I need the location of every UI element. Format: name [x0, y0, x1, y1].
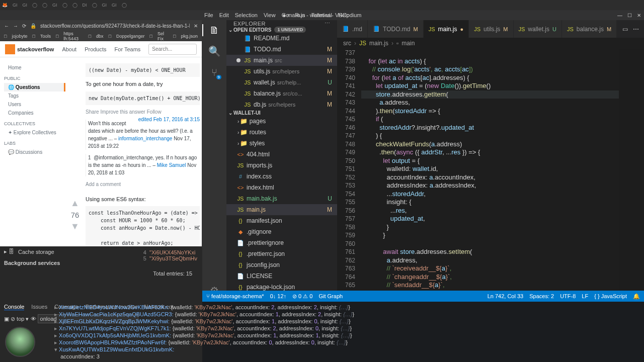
- open-editor-item[interactable]: JSmain.jssrcM: [226, 55, 337, 66]
- open-editor-item[interactable]: JSutils.jssrc/helpersM: [226, 66, 337, 77]
- so-header: stackoverflow About Products For Teams: [0, 41, 202, 57]
- so-search-input[interactable]: [148, 44, 197, 55]
- open-editors-header[interactable]: ⌄OPEN EDITORS1 UNSAVED: [226, 27, 337, 33]
- so-logo[interactable]: stackoverflow: [5, 44, 54, 54]
- editor-tab[interactable]: JSwallet.jsU: [514, 20, 562, 38]
- downvote-icon[interactable]: ▼: [67, 221, 83, 232]
- bookmarks-bar[interactable]: □jojobyte □Tools □https lh:5443 □dbx □Do…: [0, 31, 202, 41]
- editor: 📘.md📘TODO.mdMJSmain.js●JSutils.jsMJSwall…: [337, 20, 644, 302]
- editor-tab[interactable]: JSbalance.jsM: [562, 20, 617, 38]
- file-item[interactable]: 📄LICENSE: [226, 270, 337, 282]
- source-control-icon[interactable]: ⑂9: [208, 66, 220, 78]
- activity-bar[interactable]: 🗎 🔍 ⑂9 ⚙: [202, 20, 226, 302]
- editor-tab[interactable]: JSutils.jsM: [469, 20, 513, 38]
- file-item[interactable]: {}jsconfig.json: [226, 259, 337, 270]
- file-item[interactable]: #index.css: [226, 171, 337, 182]
- split-icon[interactable]: ▭: [622, 26, 628, 33]
- file-item[interactable]: JSmain.bak.jsU: [226, 193, 337, 204]
- bottom-panel: Console Issues Coverage Performance moni…: [0, 302, 644, 362]
- file-item[interactable]: 📄.prettierignore: [226, 237, 337, 248]
- open-editor-item[interactable]: 📘README.md: [226, 33, 337, 44]
- search-icon[interactable]: 🔍: [208, 45, 220, 57]
- open-editor-item[interactable]: JSbalance.jssrc/co...M: [226, 88, 337, 99]
- breadcrumb[interactable]: src› JS main.js› ▫main: [337, 38, 644, 49]
- editor-tab[interactable]: 📘TODO.mdM: [368, 20, 424, 38]
- devtools-storage: ▸ 🗄 Cache storage Background services To…: [0, 246, 202, 302]
- title-bar: FileEditSelectionViewGoRunTerminalHelp ●…: [0, 10, 644, 20]
- status-bar[interactable]: ⑂ feat/storage-schema* 0↓ 12↑ ⊘ 0 ⚠ 0 Gi…: [202, 291, 644, 302]
- window-controls[interactable]: —☐✕: [617, 13, 641, 18]
- file-item[interactable]: ◆.gitignore: [226, 226, 337, 237]
- open-editor-item[interactable]: JSwallet.jssrc/help...U: [226, 77, 337, 88]
- explorer-sidebar[interactable]: EXPLORER⋯ ⌄OPEN EDITORS1 UNSAVED 📘README…: [226, 20, 337, 302]
- avatar: [5, 327, 35, 357]
- open-editor-item[interactable]: JSdb.jssrc/helpersM: [226, 99, 337, 110]
- minimap[interactable]: [619, 49, 644, 302]
- project-header[interactable]: ⌄WALLET-UI: [226, 110, 337, 116]
- editor-tabs[interactable]: 📘.md📘TODO.mdMJSmain.js●JSutils.jsMJSwall…: [337, 20, 644, 38]
- file-item[interactable]: <>404.html: [226, 149, 337, 160]
- file-item[interactable]: JSimports.js: [226, 160, 337, 171]
- file-item[interactable]: JSmain.jsM: [226, 204, 337, 215]
- more-icon[interactable]: ⋯: [633, 26, 639, 33]
- file-item[interactable]: {}.prettierrc.json: [226, 248, 337, 259]
- upvote-icon[interactable]: ▲: [67, 198, 83, 209]
- file-item[interactable]: <>index.html: [226, 182, 337, 193]
- console-output[interactable]: ▸ XimaKietzNiED4yoLWJNow2GvKBvAF52Kn: {w…: [50, 302, 644, 362]
- os-tab-strip: 🦊GIGI◯◯GI◯◯DI◯GIGI◯: [0, 0, 644, 10]
- code-editor[interactable]: 7377387397407417427437447457467477487497…: [337, 49, 644, 302]
- open-editor-item[interactable]: 📘TODO.mdM: [226, 44, 337, 55]
- explorer-icon[interactable]: 🗎: [208, 24, 220, 36]
- editor-tab[interactable]: 📘.md: [337, 20, 368, 38]
- app-menu[interactable]: FileEditSelectionViewGoRunTerminalHelp: [204, 12, 350, 18]
- file-item[interactable]: {}manifest.json: [226, 215, 337, 226]
- url-bar[interactable]: ←→⟳🔒 stackoverflow.com/questions/9224773…: [0, 20, 202, 31]
- editor-tab[interactable]: JSmain.js●: [424, 20, 469, 38]
